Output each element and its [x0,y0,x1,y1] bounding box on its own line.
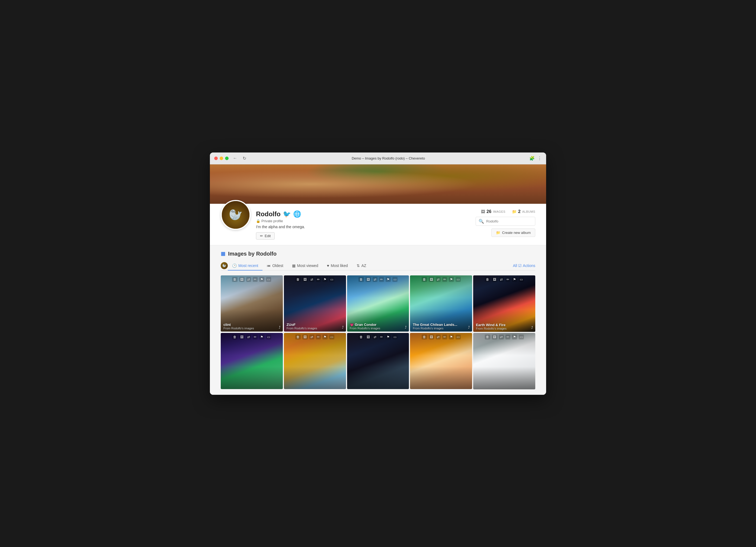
delete-icon[interactable]: 🗑 [358,335,364,340]
edit-icon[interactable]: ✏ [379,335,384,340]
image-icon[interactable]: 🖼 [429,277,434,282]
create-album-button[interactable]: 📁 Create new album [491,228,536,237]
tab-az[interactable]: ⇅ AZ [352,261,371,270]
card-toolbar: 🗑 🖼 ⇄ ✏ ⚑ ▭ [473,335,535,340]
tab-most-viewed[interactable]: ▦ Most viewed [288,261,323,270]
edit-icon[interactable]: ✏ [442,277,447,282]
delete-icon[interactable]: 🗑 [295,335,301,340]
twitter-icon[interactable]: 🐦 [283,210,291,218]
select-icon[interactable]: ▭ [392,335,398,340]
edit-button[interactable]: ✏ Edit [256,232,275,239]
close-button[interactable] [214,156,218,160]
maximize-button[interactable] [225,156,229,160]
image-card-llama[interactable]: 🗑 🖼 ⇄ ✏ ⚑ ▭ [284,333,346,389]
share-icon[interactable]: ⤴ [531,326,533,330]
minimize-button[interactable] [220,156,223,160]
globe-icon[interactable]: 🌐 [293,210,301,218]
all-actions[interactable]: All ☑ Actions [513,263,535,268]
edit-icon[interactable]: ✏ [442,335,447,340]
share-icon[interactable]: ⤴ [468,325,470,330]
move-icon[interactable]: ⇄ [499,335,504,340]
delete-icon[interactable]: 🗑 [295,277,301,282]
select-icon[interactable]: ▭ [329,335,334,340]
forward-button[interactable]: ↻ [242,155,247,161]
image-icon[interactable]: 🖼 [302,277,308,282]
image-icon[interactable]: 🖼 [492,277,497,282]
flag-icon[interactable]: ⚑ [259,335,264,340]
image-icon[interactable]: 🖼 [302,335,308,340]
delete-icon[interactable]: 🗑 [485,277,490,282]
select-icon[interactable]: ▭ [519,335,524,340]
menu-icon[interactable]: ⋮ [537,156,542,161]
tab-oldest[interactable]: ⏮ Oldest [262,261,287,270]
move-icon[interactable]: ⇄ [373,277,377,282]
flag-icon[interactable]: ⚑ [259,277,264,282]
card-overlay [221,333,283,389]
move-icon[interactable]: ⇄ [246,277,251,282]
sort-tabs: 🦭 🕒 Most recent ⏮ Oldest ▦ Most viewed ♥… [221,261,535,270]
move-icon[interactable]: ⇄ [499,277,504,282]
move-icon[interactable]: ⇄ [436,277,441,282]
search-input[interactable] [486,219,532,223]
select-icon[interactable]: ▭ [266,277,271,282]
flag-icon[interactable]: ⚑ [386,277,391,282]
image-card-orange[interactable]: 🗑 🖼 ⇄ ✏ ⚑ ▭ [410,333,472,389]
flag-icon[interactable]: ⚑ [386,335,391,340]
edit-icon[interactable]: ✏ [379,277,384,282]
select-icon[interactable]: ▭ [266,335,271,340]
extensions-icon[interactable]: 🧩 [529,156,535,161]
tab-most-recent[interactable]: 🕒 Most recent [228,261,262,270]
flag-icon[interactable]: ⚑ [449,277,454,282]
select-icon[interactable]: ▭ [519,277,524,282]
image-card-mountains[interactable]: 🗑 🖼 ⇄ ✏ ⚑ ▭ [347,333,409,389]
delete-icon[interactable]: 🗑 [232,277,238,282]
image-icon[interactable]: 🖼 [492,335,497,340]
image-card-earth[interactable]: 🗑 🖼 ⇄ ✏ ⚑ ▭ Earth Wind & Fire From Rodol… [473,276,535,332]
move-icon[interactable]: ⇄ [373,335,377,340]
image-icon[interactable]: 🖼 [366,277,371,282]
image-card-clint[interactable]: 🗑 🖼 ⇄ ✏ ⚑ ▭ clint From Rodolfo's images … [221,276,283,332]
move-icon[interactable]: ⇄ [436,335,441,340]
card-info: The Great Chilean Lands... From Rodolfo'… [410,321,472,332]
image-icon[interactable]: 🖼 [239,277,245,282]
select-icon[interactable]: ▭ [456,277,461,282]
image-icon[interactable]: 🖼 [239,335,245,340]
search-box[interactable]: 🔍 [476,217,535,226]
delete-icon[interactable]: 🗑 [485,335,490,340]
share-icon[interactable]: ⤴ [405,325,407,330]
flag-icon[interactable]: ⚑ [322,335,328,340]
edit-icon[interactable]: ✏ [316,277,321,282]
select-icon[interactable]: ▭ [456,335,461,340]
delete-icon[interactable]: 🗑 [358,277,364,282]
select-icon[interactable]: ▭ [392,277,398,282]
image-card-alpaca[interactable]: 🗑 🖼 ⇄ ✏ ⚑ ▭ [473,333,535,389]
move-icon[interactable]: ⇄ [309,277,314,282]
flag-icon[interactable]: ⚑ [512,277,517,282]
images-icon: 🖼 [481,209,485,214]
image-card-zuof[interactable]: 🗑 🖼 ⇄ ✏ ⚑ ▭ ZUoF From Rodolfo's images ⤴ [284,276,346,332]
stats-row: 🖼 26 IMAGES 📁 2 ALBUMS [481,209,535,214]
move-icon[interactable]: ⇄ [246,335,251,340]
image-card-condor[interactable]: 🗑 🖼 ⇄ ✏ ⚑ ▭ 💗 Gran Condor From Rodolfo's… [347,276,409,332]
delete-icon[interactable]: 🗑 [422,335,427,340]
share-icon[interactable]: ⤴ [279,325,281,330]
edit-icon[interactable]: ✏ [505,277,510,282]
select-icon[interactable]: ▭ [329,277,334,282]
move-icon[interactable]: ⇄ [309,335,314,340]
delete-icon[interactable]: 🗑 [232,335,238,340]
tab-most-liked[interactable]: ♥ Most liked [322,261,352,270]
delete-icon[interactable]: 🗑 [422,277,427,282]
flag-icon[interactable]: ⚑ [512,335,517,340]
edit-icon[interactable]: ✏ [505,335,510,340]
flag-icon[interactable]: ⚑ [322,277,328,282]
image-icon[interactable]: 🖼 [429,335,434,340]
edit-icon[interactable]: ✏ [253,277,258,282]
share-icon[interactable]: ⤴ [342,325,344,330]
back-button[interactable]: ← [232,155,238,161]
image-card-fantasy[interactable]: 🗑 🖼 ⇄ ✏ ⚑ ▭ [221,333,283,389]
flag-icon[interactable]: ⚑ [449,335,454,340]
edit-icon[interactable]: ✏ [253,335,258,340]
edit-icon[interactable]: ✏ [316,335,321,340]
image-icon[interactable]: 🖼 [366,335,371,340]
image-card-chilean[interactable]: 🗑 🖼 ⇄ ✏ ⚑ ▭ The Great Chilean Lands... F… [410,276,472,332]
